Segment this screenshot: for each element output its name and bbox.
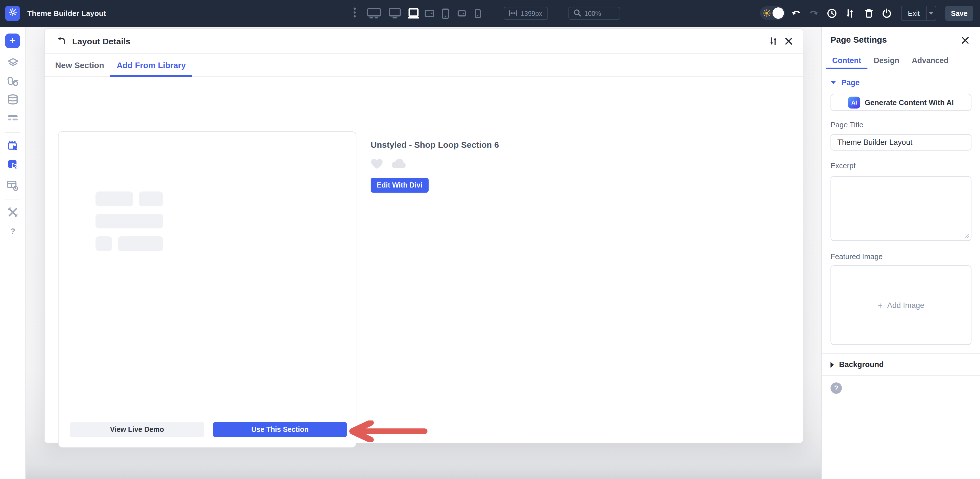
top-bar: Theme Builder Layout [0,0,980,27]
tablet-landscape-icon[interactable] [422,0,437,27]
theme-toggle[interactable] [760,6,785,20]
add-image-label: Add Image [887,301,924,309]
generate-content-ai-label: Generate Content With AI [865,98,954,106]
desktop-large-icon[interactable] [367,0,382,27]
redo-button[interactable] [807,0,821,27]
skeleton-block [95,192,133,206]
laptop-icon-active[interactable] [406,0,421,27]
edit-with-divi-button[interactable]: Edit With Divi [371,178,429,193]
annotation-arrow [344,420,430,442]
page-section-toggle[interactable]: Page [830,76,972,89]
sidebar-item-hover-mode[interactable] [0,139,25,154]
layout-info: Unstyled - Shop Loop Section 6 Edit With… [371,139,499,193]
back-button[interactable] [57,36,65,46]
cloud-download-icon[interactable] [390,158,407,171]
database-icon [7,94,18,105]
sidebar-item-grid-eye[interactable] [0,178,25,193]
help-button[interactable]: ? [830,382,842,394]
redo-icon [809,9,819,17]
tools-icon [7,206,18,217]
page-title-input[interactable] [830,134,972,151]
tab-new-section[interactable]: New Section [49,54,110,76]
tab-content[interactable]: Content [826,52,867,69]
sort-layers-button[interactable] [842,0,857,27]
sidebar-item-tools[interactable] [0,205,25,219]
background-section-toggle[interactable]: Background [830,354,972,375]
modal-close-button[interactable] [782,29,795,53]
builder-settings-button[interactable] [5,6,20,21]
reorder-button[interactable] [766,29,780,53]
page-settings-panel: Page Settings Content Design Advanced Pa… [821,27,980,479]
back-arrow-icon [57,36,65,44]
panel-header: Page Settings [822,27,980,45]
list-icon [7,115,18,123]
tab-advanced[interactable]: Advanced [905,52,955,69]
exit-dropdown[interactable] [927,12,935,15]
close-icon [785,38,792,45]
dots-vertical-icon [353,7,356,20]
tab-design[interactable]: Design [867,52,905,69]
preview-width-field[interactable]: 1399px [504,7,548,20]
plus-icon: + [10,35,15,47]
panel-body: Page AI Generate Content With AI Page Ti… [822,76,980,394]
panel-close-button[interactable] [958,33,972,47]
tab-add-from-library[interactable]: Add From Library [110,54,192,76]
layout-preview-card: View Live Demo Use This Section [58,131,356,448]
add-image-dropzone[interactable]: + Add Image [830,265,972,345]
sidebar-item-design[interactable] [0,74,25,89]
sidebar-item-help[interactable]: ? [0,223,25,238]
skeleton-block [95,236,112,251]
clock-icon [827,8,837,18]
question-mark-icon: ? [834,384,838,392]
desktop-icon[interactable] [387,0,402,27]
divi-builder-app: Theme Builder Layout [0,0,980,479]
excerpt-textarea[interactable] [830,176,972,241]
favorite-heart-icon[interactable] [371,158,383,171]
resize-handle-icon[interactable] [964,233,969,239]
delete-button[interactable] [861,0,876,27]
sidebar-item-click-mode[interactable] [0,157,25,172]
exit-button[interactable]: Exit [901,6,936,21]
tablet-portrait-icon[interactable] [438,0,452,27]
click-select-outline-icon [7,141,19,151]
magnifier-icon [574,9,581,17]
add-button[interactable]: + [5,33,20,48]
chevron-down-icon [929,12,933,15]
phone-portrait-icon[interactable] [470,0,485,27]
more-options-button[interactable] [347,0,362,27]
triangle-right-icon [830,362,834,367]
save-button[interactable]: Save [945,6,973,21]
ai-badge-label: AI [851,99,857,105]
sidebar-divider [5,132,21,133]
view-live-demo-label: View Live Demo [110,426,164,433]
sidebar-item-content-list[interactable] [0,111,25,126]
toggle-knob [773,7,784,19]
layers-icon [7,58,19,67]
undo-icon [791,9,800,17]
featured-image-label: Featured Image [830,252,972,261]
phone-landscape-icon[interactable] [454,0,469,27]
panel-divider [822,375,980,376]
undo-button[interactable] [788,0,803,27]
sidebar-item-database[interactable] [0,92,25,107]
sidebar-item-layers[interactable] [0,55,25,70]
layout-title: Unstyled - Shop Loop Section 6 [371,139,499,151]
zoom-level-field[interactable]: 100% [568,7,620,20]
layout-actions [371,158,499,171]
sun-icon [763,9,771,17]
generate-content-ai-button[interactable]: AI Generate Content With AI [830,94,972,111]
use-this-section-button[interactable]: Use This Section [213,422,347,437]
skeleton-block [118,236,163,251]
tab-label: New Section [55,60,104,70]
ai-badge-icon: AI [848,96,860,108]
triangle-down-icon [830,81,836,84]
layout-details-modal: Layout Details New Section Add From Libr… [45,29,803,443]
portability-button[interactable] [880,0,894,27]
modal-tabs: New Section Add From Library [45,54,803,77]
zoom-level-value: 100% [584,10,601,17]
history-button[interactable] [824,0,839,27]
gear-icon [8,8,17,19]
background-section-label: Background [839,360,884,369]
sidebar-divider [5,199,21,200]
view-live-demo-button[interactable]: View Live Demo [70,422,204,437]
